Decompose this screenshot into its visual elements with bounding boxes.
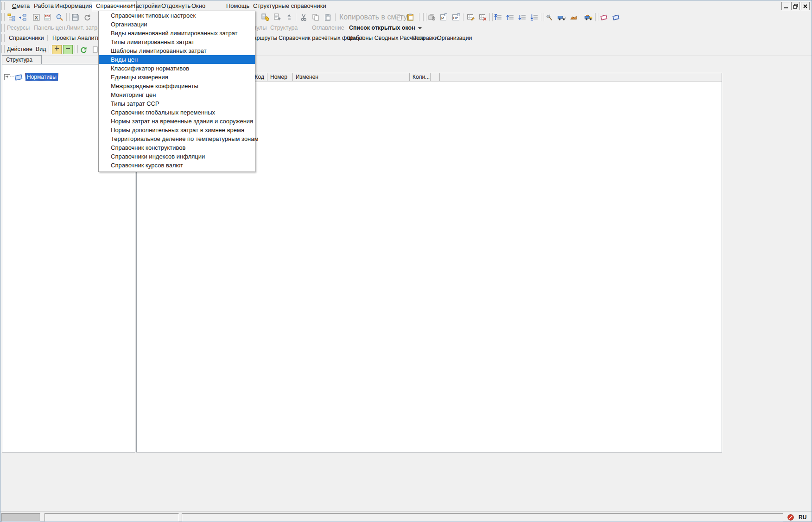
- cut-icon: [300, 13, 308, 21]
- column-header-izmenen[interactable]: Изменен: [293, 73, 410, 81]
- move-top-button[interactable]: [493, 12, 503, 22]
- tree-expand-button[interactable]: [6, 12, 16, 22]
- keyboard-layout-indicator[interactable]: RU: [799, 514, 806, 521]
- paste-special-button[interactable]: [406, 12, 416, 22]
- menu-item-normy-zatrat-na-vremennye-zdaniya[interactable]: Нормы затрат на временные здания и соору…: [99, 117, 255, 126]
- toolbar-grip[interactable]: [423, 13, 426, 21]
- toolbar-grip[interactable]: [1, 45, 5, 53]
- toolbar-grip[interactable]: [595, 13, 598, 21]
- menu-item-edinicy-izmereniya[interactable]: Единицы измерения: [99, 73, 255, 82]
- action-menu-vid[interactable]: Вид: [36, 45, 46, 53]
- close-button[interactable]: [801, 2, 810, 10]
- tab-struktura[interactable]: Структура: [2, 55, 42, 64]
- menu-item-spravochnik-globalnyh-peremennyh[interactable]: Справочник глобальных переменных: [99, 108, 255, 117]
- copy-button[interactable]: [311, 12, 321, 22]
- excel-export-button[interactable]: X: [31, 12, 41, 22]
- menu-item-tipy-limitirovannyh-zatrat[interactable]: Типы лимитированных затрат: [99, 38, 255, 46]
- toolbar-grip[interactable]: [419, 13, 422, 21]
- toolbar-grip[interactable]: [66, 13, 70, 21]
- menu-item-klassifikator-normativov[interactable]: Классификатор нормативов: [99, 64, 255, 73]
- tree-expander-icon[interactable]: [4, 74, 10, 80]
- move-down-button[interactable]: [517, 12, 527, 22]
- toolbar-main-grip[interactable]: [1, 13, 5, 21]
- save-button[interactable]: [70, 12, 80, 22]
- toolbar-grip[interactable]: [1, 24, 5, 32]
- menu-item-spravochnik-kursov-valyut[interactable]: Справочник курсов валют: [99, 161, 255, 170]
- move-bottom-button[interactable]: [529, 12, 539, 22]
- collapse-all-button[interactable]: [63, 45, 73, 54]
- dropdown-caret-icon: [418, 27, 422, 29]
- expand-all-button[interactable]: [52, 45, 62, 54]
- menu-informacia[interactable]: Информация: [51, 1, 96, 10]
- menu-okno[interactable]: Окно: [188, 1, 209, 10]
- book-node-icon: [14, 73, 24, 81]
- tree-node-label[interactable]: Нормативы: [25, 73, 58, 81]
- toolbar-grip[interactable]: [1, 34, 5, 42]
- column-header-nomer[interactable]: Номер: [267, 73, 293, 81]
- move-updown-icon: [285, 13, 293, 21]
- cut-button[interactable]: [298, 12, 309, 22]
- menu-item-mezhrazryadnye-koefficienty[interactable]: Межразрядные коэффициенты: [99, 82, 255, 90]
- open-windows-list-button[interactable]: Список открытых окон: [349, 24, 422, 32]
- toolbar-grip[interactable]: [489, 13, 493, 21]
- menu-item-normy-dopolnitelnyh-zatrat-v-zimnee-vremya[interactable]: Нормы дополнительных затрат в зимнее вре…: [99, 126, 255, 134]
- panel-struktura-button[interactable]: Структура: [270, 24, 298, 32]
- menu-item-spravochnik-tipovyh-nastroek[interactable]: Справочник типовых настроек: [99, 11, 255, 20]
- menu-item-vidy-cen[interactable]: Виды цен: [99, 55, 255, 64]
- panel-panel-cen-button[interactable]: Панель цен: [34, 24, 65, 32]
- menu-item-territorialnoe-delenie-po-temperaturnym-zonam[interactable]: Территориальное деление по температурным…: [99, 134, 255, 143]
- price-rub-button[interactable]: Р: [439, 12, 449, 22]
- book-pink-button[interactable]: [599, 12, 609, 22]
- calculator-prices-button[interactable]: [260, 12, 270, 22]
- panel-oglavlenie-button[interactable]: Оглавление: [312, 24, 344, 32]
- move-updown-button[interactable]: [284, 12, 294, 22]
- tab-proekty[interactable]: Проекты: [52, 34, 76, 42]
- toolbar-grip[interactable]: [75, 45, 78, 53]
- grid-delete-icon: [479, 13, 487, 21]
- add-document-button[interactable]: [272, 12, 282, 22]
- tree-insert-button[interactable]: [17, 12, 27, 22]
- search-button[interactable]: [54, 12, 64, 22]
- book-blue-button[interactable]: [611, 12, 621, 22]
- column-header-kolichestvo[interactable]: Коли...: [410, 73, 431, 81]
- action-menu-deistvie[interactable]: Действие: [7, 45, 32, 53]
- menu-item-monitoring-cen[interactable]: Мониторинг цен: [99, 90, 255, 99]
- refresh-button[interactable]: [82, 12, 92, 22]
- menu-item-shablony-limitirovannyh-zatrat[interactable]: Шаблоны лимитированных затрат: [99, 46, 255, 55]
- grid-delete-button[interactable]: [478, 12, 488, 22]
- minimize-button[interactable]: [781, 2, 790, 10]
- menu-pomosch[interactable]: Помощь: [222, 1, 253, 10]
- tools-button[interactable]: [545, 12, 555, 22]
- refresh-icon: [83, 13, 91, 21]
- tree-row-normativy[interactable]: Нормативы: [4, 73, 58, 81]
- price-pr-button[interactable]: ПР: [451, 12, 461, 22]
- move-up-button[interactable]: [505, 12, 515, 22]
- tools-icon: [546, 13, 554, 21]
- truck-loaded-button[interactable]: [584, 12, 594, 22]
- toolbar-separator: [463, 13, 463, 21]
- pdf-export-button[interactable]: PDF: [42, 12, 52, 22]
- tab-popravki[interactable]: Поправки: [412, 34, 438, 42]
- menu-item-spravochniki-indeksov-inflyacii[interactable]: Справочники индексов инфляции: [99, 152, 255, 161]
- menu-item-spravochnik-konstruktivov[interactable]: Справочник конструктивов: [99, 143, 255, 152]
- restore-button[interactable]: [791, 2, 800, 10]
- column-header-empty[interactable]: [431, 73, 440, 81]
- menu-item-organizacii[interactable]: Организации: [99, 20, 255, 29]
- menu-item-tipy-zatrat-ssr[interactable]: Типы затрат ССР: [99, 99, 255, 108]
- menu-strukturnye-spravochniki[interactable]: Структурные справочники: [249, 1, 330, 10]
- menu-item-vidy-naimenovanii-limitirovannyh-zatrat[interactable]: Виды наименований лимитированных затрат: [99, 29, 255, 38]
- toolbar-grip[interactable]: [541, 13, 544, 21]
- status-panel-left: [1, 513, 40, 522]
- paste-button[interactable]: [323, 12, 333, 22]
- copy-pages-button[interactable]: [393, 12, 404, 22]
- refresh-tree-button[interactable]: [78, 45, 89, 55]
- tab-organizacii[interactable]: Организации: [437, 34, 472, 42]
- menubar-grip[interactable]: [1, 2, 5, 10]
- package-settings-button[interactable]: [427, 12, 437, 22]
- bricks-button[interactable]: [569, 12, 579, 22]
- bricks-icon: [570, 13, 578, 21]
- truck-button[interactable]: [557, 12, 567, 22]
- panel-resursy-button[interactable]: Ресурсы: [7, 24, 30, 32]
- grid-edit-button[interactable]: [466, 12, 476, 22]
- tab-spravochniki[interactable]: Справочники: [9, 34, 44, 42]
